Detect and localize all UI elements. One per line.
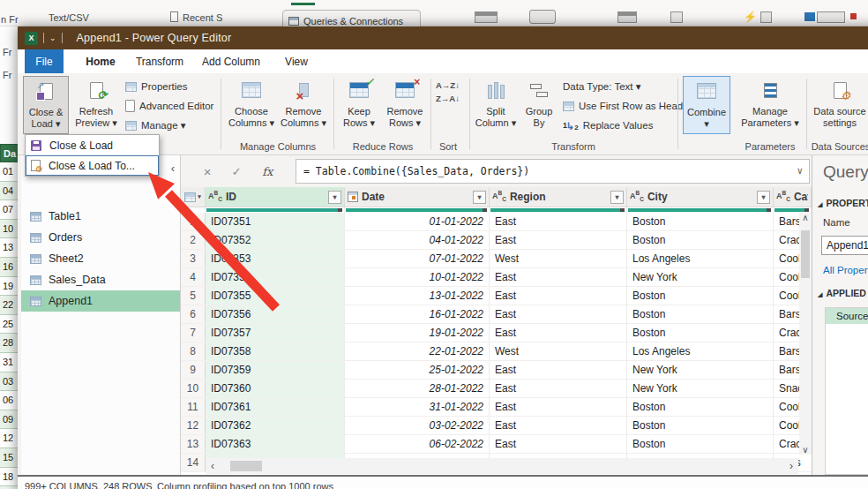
cell-id[interactable]: ID07357 (206, 324, 345, 342)
cell-date[interactable]: 13-01-2022 (345, 287, 490, 305)
sort-ascending-icon[interactable]: A→Z↓ (436, 80, 460, 90)
cell-city[interactable]: Boston (627, 305, 774, 323)
replace-values-button[interactable]: 1↳2 Replace Values (563, 117, 653, 134)
applied-step-item[interactable]: Source (826, 308, 868, 324)
column-header-category[interactable]: ABC Cat (774, 187, 812, 207)
table-row[interactable]: 4 ID07354 10-01-2022 East New York Cook (181, 268, 812, 287)
formula-expand-icon[interactable]: ∨ (797, 165, 803, 177)
column-header-city[interactable]: ABC City ▾ (627, 187, 774, 207)
cell-city[interactable]: Boston (627, 231, 774, 249)
scroll-left-icon[interactable]: ‹ (211, 460, 214, 472)
cell-city[interactable]: New York (627, 380, 774, 397)
filter-dropdown-icon[interactable]: ▾ (610, 191, 624, 204)
cell-city[interactable]: Boston (627, 398, 774, 416)
cell-date[interactable]: 06-02-2022 (345, 435, 490, 453)
table-row[interactable]: 13 ID07363 06-02-2022 East Boston Crac (181, 435, 812, 454)
properties-button[interactable]: Properties (125, 78, 187, 95)
row-number[interactable]: 10 (181, 380, 206, 397)
column-header-date[interactable]: Date ▾ (345, 187, 490, 207)
properties-section-header[interactable]: ◢PROPERTIES (818, 198, 868, 208)
split-column-button[interactable]: Split Column ▾ (475, 76, 517, 134)
cell-date[interactable]: 22-01-2022 (345, 342, 490, 360)
scroll-up-icon[interactable]: ∧ (802, 213, 808, 222)
remove-rows-button[interactable]: × Remove Rows ▾ (383, 76, 427, 134)
cell-region[interactable]: East (490, 305, 627, 323)
column-header-region[interactable]: ABC Region ▾ (490, 187, 627, 207)
scroll-down-icon[interactable]: ∨ (802, 445, 808, 455)
combine-button[interactable]: Combine ▾ (683, 76, 730, 134)
row-number[interactable]: 2 (181, 231, 206, 249)
cell-city[interactable]: Los Angeles (627, 250, 774, 267)
query-name-input[interactable]: Append1 (821, 236, 868, 255)
choose-columns-button[interactable]: Choose Columns ▾ (228, 76, 275, 134)
table-row[interactable]: 10 ID07360 28-01-2022 East New York Snac (181, 380, 812, 398)
query-list-item[interactable]: Table1 (21, 206, 180, 227)
row-number[interactable]: 8 (181, 342, 206, 360)
table-row[interactable]: 2 ID07352 04-01-2022 East Boston Crac (181, 231, 812, 250)
manage-parameters-button[interactable]: Manage Parameters ▾ (739, 76, 801, 134)
cell-region[interactable]: East (490, 324, 627, 342)
cell-date[interactable]: 31-01-2022 (345, 398, 490, 416)
cell-id[interactable]: ID07358 (206, 342, 345, 360)
cell-region[interactable]: East (490, 380, 627, 397)
group-by-button[interactable]: Group By (520, 76, 557, 134)
remove-columns-button[interactable]: × Remove Columns ▾ (279, 76, 328, 134)
cell-city[interactable]: New York (627, 361, 774, 379)
cell-id[interactable]: ID07355 (206, 287, 345, 305)
applied-steps-section-header[interactable]: ◢APPLIED STEPS (818, 288, 868, 298)
cell-id[interactable]: ID07360 (206, 380, 345, 397)
cell-date[interactable]: 25-01-2022 (345, 361, 490, 379)
cell-id[interactable]: ID07352 (206, 231, 345, 249)
cell-id[interactable]: ID07363 (206, 435, 345, 453)
cell-date[interactable]: 01-01-2022 (345, 213, 490, 230)
cell-id[interactable]: ID07353 (206, 250, 345, 267)
vertical-scrollbar[interactable]: ∧ ∨ (799, 213, 812, 455)
cell-id[interactable]: ID07362 (206, 417, 345, 434)
tab-view[interactable]: View (279, 49, 314, 73)
cell-city[interactable]: Los Angeles (627, 342, 774, 360)
cell-date[interactable]: 16-01-2022 (345, 305, 490, 323)
cell-region[interactable]: East (490, 231, 627, 249)
row-number[interactable]: 11 (181, 398, 206, 416)
scroll-right-icon[interactable]: › (789, 460, 793, 472)
row-number[interactable]: 3 (181, 250, 206, 267)
filter-dropdown-icon[interactable]: ▾ (757, 191, 770, 204)
collapse-pane-icon[interactable]: ‹ (171, 162, 175, 175)
row-number[interactable]: 6 (181, 305, 206, 323)
filter-dropdown-icon[interactable]: ▾ (328, 191, 341, 204)
row-number[interactable]: 1 (181, 213, 206, 230)
cell-id[interactable]: ID07351 (206, 213, 345, 230)
tab-home[interactable]: Home (78, 49, 123, 73)
cell-city[interactable]: Boston (627, 435, 774, 453)
row-number[interactable]: 4 (181, 268, 206, 286)
cell-region[interactable]: East (490, 417, 627, 434)
menu-item-close-and-load-to[interactable]: ⚙ Close & Load To... (26, 155, 159, 176)
horizontal-scrollbar[interactable]: ‹ › (206, 458, 798, 474)
cell-city[interactable]: New York (627, 268, 774, 286)
cell-region[interactable]: East (490, 398, 627, 416)
vertical-scroll-thumb[interactable] (801, 230, 810, 278)
select-all-corner[interactable]: ▾ (181, 187, 206, 207)
sort-descending-icon[interactable]: Z→A↓ (436, 94, 460, 103)
row-number[interactable]: 14 (181, 454, 206, 471)
cell-region[interactable]: East (490, 435, 627, 453)
tab-add-column[interactable]: Add Column (199, 49, 263, 73)
filter-dropdown-icon[interactable]: ▾ (473, 191, 486, 204)
table-row[interactable]: 9 ID07359 25-01-2022 East New York Bars (181, 361, 812, 380)
cell-id[interactable]: ID07356 (206, 305, 345, 323)
check-icon[interactable]: ✓ (232, 165, 242, 178)
data-type-button[interactable]: Data Type: Text ▾ (563, 78, 640, 95)
titlebar[interactable]: X ⌄ Append1 - Power Query Editor (18, 26, 868, 49)
column-header-id[interactable]: ABC ID ▾ (206, 187, 345, 207)
table-row[interactable]: 5 ID07355 13-01-2022 East Boston Cook (181, 287, 812, 305)
sort-buttons[interactable]: A→Z↓ Z→A↓ (436, 80, 460, 103)
table-row[interactable]: 12 ID07362 03-02-2022 East Boston Cook (181, 417, 812, 435)
all-properties-link[interactable]: All Properties (823, 265, 868, 275)
table-row[interactable]: 11 ID07361 31-01-2022 East Boston Cook (181, 398, 812, 417)
row-number[interactable]: 12 (181, 417, 206, 434)
cell-date[interactable]: 04-01-2022 (345, 231, 490, 249)
cell-region[interactable]: West (490, 250, 627, 267)
row-number[interactable]: 9 (181, 361, 206, 379)
tab-transform[interactable]: Transform (131, 49, 189, 73)
table-row[interactable]: 8 ID07358 22-01-2022 West Los Angeles Ba… (181, 342, 812, 361)
